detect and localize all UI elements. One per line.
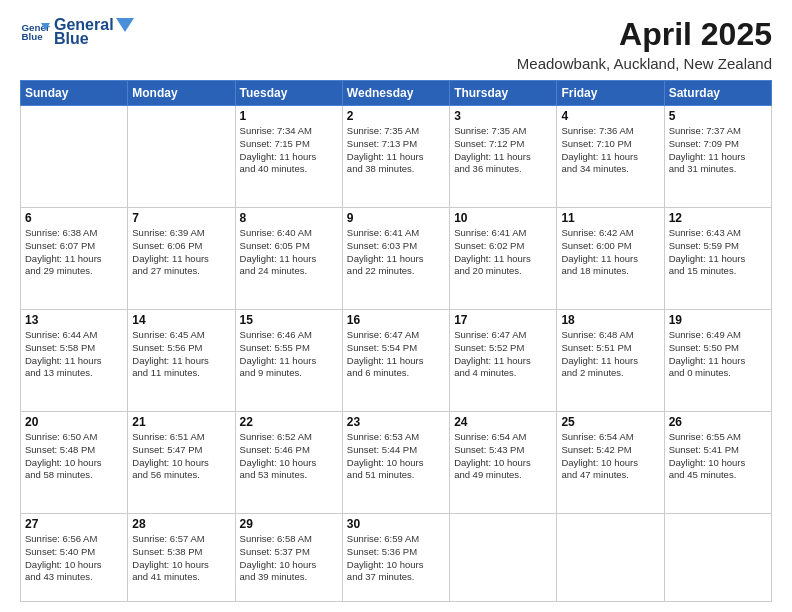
day-info: Sunrise: 6:46 AMSunset: 5:55 PMDaylight:… (240, 329, 338, 380)
day-info: Sunrise: 6:58 AMSunset: 5:37 PMDaylight:… (240, 533, 338, 584)
weekday-header-tuesday: Tuesday (235, 81, 342, 106)
day-info: Sunrise: 6:56 AMSunset: 5:40 PMDaylight:… (25, 533, 123, 584)
day-number: 22 (240, 415, 338, 429)
calendar-cell (21, 106, 128, 208)
calendar-cell (128, 106, 235, 208)
calendar-cell: 6Sunrise: 6:38 AMSunset: 6:07 PMDaylight… (21, 207, 128, 309)
day-info: Sunrise: 7:34 AMSunset: 7:15 PMDaylight:… (240, 125, 338, 176)
logo: General Blue General Blue (20, 16, 134, 48)
day-number: 29 (240, 517, 338, 531)
day-number: 12 (669, 211, 767, 225)
svg-marker-3 (116, 18, 134, 32)
day-number: 11 (561, 211, 659, 225)
day-info: Sunrise: 6:57 AMSunset: 5:38 PMDaylight:… (132, 533, 230, 584)
calendar-cell: 20Sunrise: 6:50 AMSunset: 5:48 PMDayligh… (21, 411, 128, 513)
calendar-cell: 17Sunrise: 6:47 AMSunset: 5:52 PMDayligh… (450, 309, 557, 411)
day-info: Sunrise: 6:41 AMSunset: 6:03 PMDaylight:… (347, 227, 445, 278)
calendar-cell: 29Sunrise: 6:58 AMSunset: 5:37 PMDayligh… (235, 513, 342, 601)
calendar-cell: 2Sunrise: 7:35 AMSunset: 7:13 PMDaylight… (342, 106, 449, 208)
day-number: 18 (561, 313, 659, 327)
calendar-cell: 27Sunrise: 6:56 AMSunset: 5:40 PMDayligh… (21, 513, 128, 601)
calendar-cell: 8Sunrise: 6:40 AMSunset: 6:05 PMDaylight… (235, 207, 342, 309)
calendar-cell: 23Sunrise: 6:53 AMSunset: 5:44 PMDayligh… (342, 411, 449, 513)
title-block: April 2025 Meadowbank, Auckland, New Zea… (517, 16, 772, 72)
calendar-cell: 4Sunrise: 7:36 AMSunset: 7:10 PMDaylight… (557, 106, 664, 208)
calendar-cell: 22Sunrise: 6:52 AMSunset: 5:46 PMDayligh… (235, 411, 342, 513)
day-info: Sunrise: 6:47 AMSunset: 5:52 PMDaylight:… (454, 329, 552, 380)
day-number: 24 (454, 415, 552, 429)
day-number: 2 (347, 109, 445, 123)
calendar-cell: 10Sunrise: 6:41 AMSunset: 6:02 PMDayligh… (450, 207, 557, 309)
main-title: April 2025 (517, 16, 772, 53)
day-info: Sunrise: 6:51 AMSunset: 5:47 PMDaylight:… (132, 431, 230, 482)
day-info: Sunrise: 6:59 AMSunset: 5:36 PMDaylight:… (347, 533, 445, 584)
day-info: Sunrise: 7:36 AMSunset: 7:10 PMDaylight:… (561, 125, 659, 176)
calendar-cell: 19Sunrise: 6:49 AMSunset: 5:50 PMDayligh… (664, 309, 771, 411)
calendar-week-row: 13Sunrise: 6:44 AMSunset: 5:58 PMDayligh… (21, 309, 772, 411)
calendar-table: SundayMondayTuesdayWednesdayThursdayFrid… (20, 80, 772, 602)
day-info: Sunrise: 6:38 AMSunset: 6:07 PMDaylight:… (25, 227, 123, 278)
calendar-cell: 12Sunrise: 6:43 AMSunset: 5:59 PMDayligh… (664, 207, 771, 309)
calendar-cell: 3Sunrise: 7:35 AMSunset: 7:12 PMDaylight… (450, 106, 557, 208)
subtitle: Meadowbank, Auckland, New Zealand (517, 55, 772, 72)
day-info: Sunrise: 6:45 AMSunset: 5:56 PMDaylight:… (132, 329, 230, 380)
calendar-week-row: 6Sunrise: 6:38 AMSunset: 6:07 PMDaylight… (21, 207, 772, 309)
day-number: 17 (454, 313, 552, 327)
day-number: 26 (669, 415, 767, 429)
calendar-cell: 21Sunrise: 6:51 AMSunset: 5:47 PMDayligh… (128, 411, 235, 513)
day-number: 15 (240, 313, 338, 327)
calendar-cell: 1Sunrise: 7:34 AMSunset: 7:15 PMDaylight… (235, 106, 342, 208)
day-number: 27 (25, 517, 123, 531)
calendar-cell: 15Sunrise: 6:46 AMSunset: 5:55 PMDayligh… (235, 309, 342, 411)
day-info: Sunrise: 6:42 AMSunset: 6:00 PMDaylight:… (561, 227, 659, 278)
calendar-cell: 14Sunrise: 6:45 AMSunset: 5:56 PMDayligh… (128, 309, 235, 411)
day-info: Sunrise: 6:48 AMSunset: 5:51 PMDaylight:… (561, 329, 659, 380)
day-number: 30 (347, 517, 445, 531)
day-info: Sunrise: 6:40 AMSunset: 6:05 PMDaylight:… (240, 227, 338, 278)
day-number: 14 (132, 313, 230, 327)
day-number: 10 (454, 211, 552, 225)
calendar-cell (664, 513, 771, 601)
day-number: 23 (347, 415, 445, 429)
logo-arrow-icon (116, 18, 134, 32)
weekday-header-sunday: Sunday (21, 81, 128, 106)
day-info: Sunrise: 7:35 AMSunset: 7:12 PMDaylight:… (454, 125, 552, 176)
day-info: Sunrise: 6:41 AMSunset: 6:02 PMDaylight:… (454, 227, 552, 278)
day-info: Sunrise: 6:50 AMSunset: 5:48 PMDaylight:… (25, 431, 123, 482)
day-number: 16 (347, 313, 445, 327)
day-number: 7 (132, 211, 230, 225)
calendar-cell: 18Sunrise: 6:48 AMSunset: 5:51 PMDayligh… (557, 309, 664, 411)
weekday-header-monday: Monday (128, 81, 235, 106)
calendar-cell: 16Sunrise: 6:47 AMSunset: 5:54 PMDayligh… (342, 309, 449, 411)
page: General Blue General Blue April 2025 Mea… (0, 0, 792, 612)
weekday-header-row: SundayMondayTuesdayWednesdayThursdayFrid… (21, 81, 772, 106)
day-info: Sunrise: 6:39 AMSunset: 6:06 PMDaylight:… (132, 227, 230, 278)
day-info: Sunrise: 6:54 AMSunset: 5:43 PMDaylight:… (454, 431, 552, 482)
day-number: 28 (132, 517, 230, 531)
calendar-cell: 28Sunrise: 6:57 AMSunset: 5:38 PMDayligh… (128, 513, 235, 601)
weekday-header-saturday: Saturday (664, 81, 771, 106)
weekday-header-wednesday: Wednesday (342, 81, 449, 106)
day-info: Sunrise: 6:49 AMSunset: 5:50 PMDaylight:… (669, 329, 767, 380)
calendar-week-row: 27Sunrise: 6:56 AMSunset: 5:40 PMDayligh… (21, 513, 772, 601)
day-number: 8 (240, 211, 338, 225)
calendar-cell: 11Sunrise: 6:42 AMSunset: 6:00 PMDayligh… (557, 207, 664, 309)
day-info: Sunrise: 6:47 AMSunset: 5:54 PMDaylight:… (347, 329, 445, 380)
weekday-header-friday: Friday (557, 81, 664, 106)
calendar-week-row: 20Sunrise: 6:50 AMSunset: 5:48 PMDayligh… (21, 411, 772, 513)
day-number: 20 (25, 415, 123, 429)
day-number: 4 (561, 109, 659, 123)
day-number: 3 (454, 109, 552, 123)
day-info: Sunrise: 7:37 AMSunset: 7:09 PMDaylight:… (669, 125, 767, 176)
calendar-cell (450, 513, 557, 601)
logo-icon: General Blue (20, 17, 50, 47)
calendar-cell: 9Sunrise: 6:41 AMSunset: 6:03 PMDaylight… (342, 207, 449, 309)
calendar-cell: 26Sunrise: 6:55 AMSunset: 5:41 PMDayligh… (664, 411, 771, 513)
day-number: 5 (669, 109, 767, 123)
day-number: 6 (25, 211, 123, 225)
calendar-cell: 5Sunrise: 7:37 AMSunset: 7:09 PMDaylight… (664, 106, 771, 208)
day-number: 21 (132, 415, 230, 429)
day-info: Sunrise: 6:53 AMSunset: 5:44 PMDaylight:… (347, 431, 445, 482)
weekday-header-thursday: Thursday (450, 81, 557, 106)
calendar-cell: 7Sunrise: 6:39 AMSunset: 6:06 PMDaylight… (128, 207, 235, 309)
